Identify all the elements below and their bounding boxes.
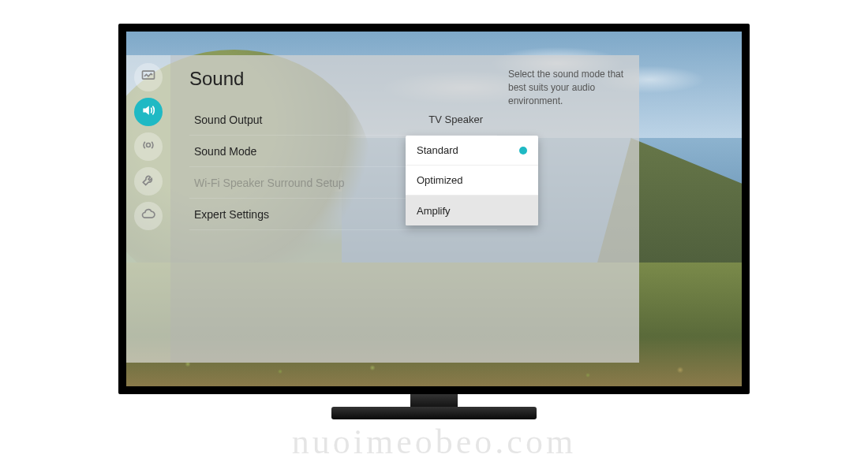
svg-rect-0: [143, 71, 155, 79]
picture-icon: [140, 68, 156, 87]
rail-item-general[interactable]: [134, 167, 163, 196]
rail-item-picture[interactable]: [134, 63, 163, 91]
rail-item-broadcast[interactable]: [134, 132, 163, 161]
settings-main-panel: Sound Sound Output TV Speaker Sound Mode…: [170, 55, 497, 363]
rail-item-sound[interactable]: [134, 98, 163, 126]
row-label: Expert Settings: [194, 208, 269, 221]
sound-mode-dropdown: Standard Optimized Amplify: [406, 136, 538, 225]
tv-screen: Sound Sound Output TV Speaker Sound Mode…: [126, 32, 742, 386]
dropdown-item-standard[interactable]: Standard: [406, 136, 538, 166]
tv-stand-base: [331, 407, 537, 419]
broadcast-icon: [140, 137, 156, 156]
dropdown-item-label: Amplify: [417, 205, 451, 217]
row-label: Sound Mode: [194, 145, 256, 158]
svg-point-1: [147, 143, 151, 147]
rail-item-support[interactable]: [134, 202, 163, 230]
row-value: TV Speaker: [428, 114, 483, 125]
row-sound-output[interactable]: Sound Output TV Speaker: [189, 104, 497, 136]
dropdown-item-label: Optimized: [417, 174, 463, 186]
row-label: Sound Output: [194, 114, 262, 126]
row-label: Wi-Fi Speaker Surround Setup: [194, 177, 345, 189]
tv-frame: Sound Sound Output TV Speaker Sound Mode…: [118, 24, 750, 394]
dropdown-item-label: Standard: [417, 144, 458, 156]
settings-overlay: Sound Sound Output TV Speaker Sound Mode…: [126, 55, 639, 363]
panel-title: Sound: [189, 68, 497, 90]
tv-stand: [331, 394, 537, 434]
dropdown-item-amplify[interactable]: Amplify: [406, 196, 538, 225]
help-text: Select the sound mode that best suits yo…: [508, 69, 623, 106]
wrench-icon: [140, 172, 156, 191]
settings-icon-rail: [126, 55, 170, 363]
cloud-icon: [140, 207, 156, 225]
check-icon: [519, 147, 527, 155]
dropdown-item-optimized[interactable]: Optimized: [406, 166, 538, 196]
sound-icon: [140, 102, 156, 121]
